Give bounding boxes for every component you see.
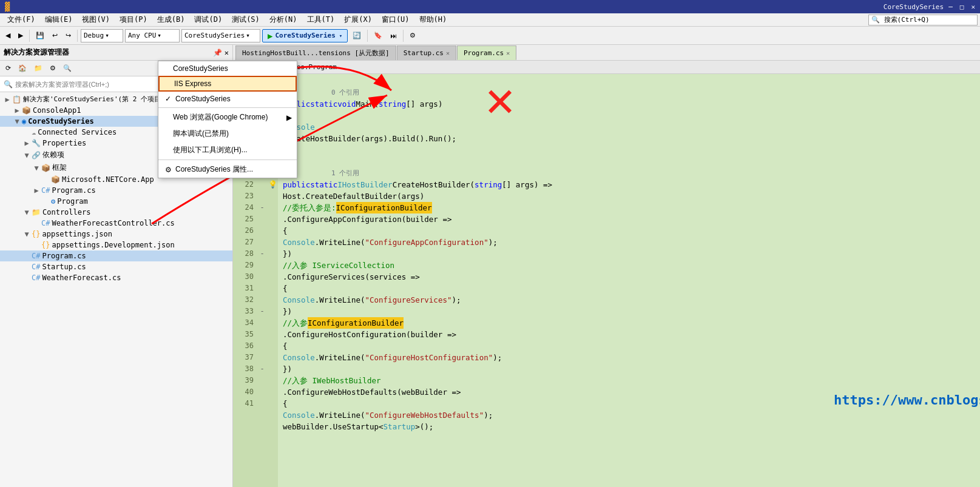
- tree-appsettings-dev[interactable]: {} appsettings.Development.json: [0, 240, 232, 250]
- menu-bar: 文件(F) 编辑(E) 视图(V) 项目(P) 生成(B) 调试(D) 测试(S…: [0, 13, 980, 27]
- ref-count-14: 0 个引用: [283, 87, 975, 98]
- code-line-29: {: [283, 283, 975, 294]
- menu-extensions[interactable]: 扩展(X): [339, 13, 377, 26]
- program-class-label: Program: [57, 197, 88, 206]
- close-btn[interactable]: ✕: [971, 3, 975, 11]
- save-all-btn[interactable]: 💾: [33, 29, 47, 42]
- se-header: 解决方案资源管理器 📌 ✕: [0, 45, 232, 61]
- code-line-27: //入参 IServiceCollection: [283, 260, 975, 271]
- step-over-btn[interactable]: ⏭: [387, 29, 400, 42]
- se-sync-btn[interactable]: ⟳: [2, 62, 14, 75]
- menu-use-tool-browser[interactable]: 使用以下工具浏览(H)...: [158, 142, 297, 158]
- connected-icon: ☁: [32, 128, 36, 136]
- menu-build[interactable]: 生成(B): [152, 13, 190, 26]
- menu-debug[interactable]: 调试(D): [189, 13, 227, 26]
- tab-startup[interactable]: Startup.cs ✕: [397, 45, 456, 60]
- cs-icon1: C#: [41, 186, 50, 195]
- title-text: CoreStudySeries: [884, 3, 944, 11]
- menu-item-label: Web 浏览器(Google Chrome): [173, 112, 268, 123]
- run-icon: ▶: [268, 31, 272, 41]
- properties-label: Properties: [42, 139, 86, 147]
- menu-properties[interactable]: ⚙ CoreStudySeries 属性...: [158, 161, 297, 178]
- framework-label: 框架: [52, 163, 67, 173]
- debug-dropdown[interactable]: Debug ▾: [81, 29, 123, 42]
- tab-hosting[interactable]: HostingHostBuill...tensions [从元数据]: [235, 45, 396, 60]
- code-line-33: .ConfigureHostConfiguration(builder =>: [283, 329, 975, 340]
- se-home-btn[interactable]: 🏠: [15, 62, 30, 75]
- menu-edit[interactable]: 编辑(E): [40, 13, 78, 26]
- undo-btn[interactable]: ↩: [49, 29, 61, 42]
- menu-analyze[interactable]: 分析(N): [265, 13, 302, 26]
- check-icon: ✓: [163, 95, 173, 103]
- code-line-26: }): [283, 248, 975, 260]
- code-line-28: .ConfigureServices(services =>: [283, 271, 975, 283]
- menu-help[interactable]: 帮助(H): [414, 13, 452, 26]
- menu-file[interactable]: 文件(F): [2, 13, 40, 26]
- highlight-iconfig2: IConfigurationBuilder: [308, 317, 404, 329]
- hint-icon[interactable]: 💡: [267, 179, 278, 190]
- menu-chrome[interactable]: Web 浏览器(Google Chrome) ▶: [158, 109, 297, 126]
- menu-iis-express[interactable]: IIS Express: [158, 76, 297, 92]
- platform-dropdown[interactable]: Any CPU ▾: [125, 29, 180, 42]
- menu-test[interactable]: 测试(S): [227, 13, 265, 26]
- appsettings-dev-label: appsettings.Development.json: [52, 241, 174, 249]
- tree-weathercontroller[interactable]: C# WeatherForecastController.cs: [0, 218, 232, 229]
- search-box[interactable]: 🔍 搜索(Ctrl+Q): [868, 15, 978, 25]
- tree-program-class[interactable]: ⚙ Program: [0, 196, 232, 207]
- tab-hosting-label: HostingHostBuill...tensions [从元数据]: [242, 49, 390, 58]
- project-dropdown[interactable]: CoreStudySeries ▾: [181, 29, 260, 42]
- code-line-15: {: [283, 110, 975, 121]
- startup-cs-label: Startup.cs: [42, 263, 86, 271]
- run-dropdown-arrow[interactable]: ▾: [339, 33, 342, 39]
- se-folder-btn[interactable]: 📁: [31, 62, 46, 75]
- menu-corestudyseries-2[interactable]: ✓ CoreStudySeries: [158, 92, 297, 106]
- refresh-btn[interactable]: 🔄: [350, 29, 364, 42]
- deps-icon: 🔗: [32, 151, 41, 160]
- run-button[interactable]: ▶ CoreStudySeries ▾: [262, 29, 348, 42]
- se-title: 解决方案资源管理器: [4, 47, 69, 58]
- cs-icon3: C#: [32, 252, 40, 260]
- menu-script-debug[interactable]: 脚本调试(已禁用): [158, 126, 297, 142]
- menu-project[interactable]: 项目(P): [115, 13, 152, 26]
- menu-view[interactable]: 视图(V): [77, 13, 115, 26]
- json-icon: {}: [32, 230, 40, 238]
- class-icon: ⚙: [51, 197, 55, 206]
- code-line-38: .ConfigureWebHostDefaults(webBuilder =>: [283, 386, 975, 398]
- minimize-btn[interactable]: ─: [948, 3, 953, 11]
- tab-program-label: Program.cs: [464, 49, 504, 57]
- maximize-btn[interactable]: □: [960, 3, 964, 11]
- se-prop-btn[interactable]: ⚙: [47, 62, 59, 75]
- se-close-btn[interactable]: ✕: [225, 49, 229, 57]
- redo-btn[interactable]: ↪: [63, 29, 74, 42]
- tree-startup-cs[interactable]: C# Startup.cs: [0, 261, 232, 272]
- gear-icon: ⚙: [163, 166, 173, 174]
- tab-program-close[interactable]: ✕: [506, 50, 510, 56]
- code-line-19: [283, 156, 975, 167]
- code-line-37: //入参 IWebHostBuilder: [283, 375, 975, 386]
- menu-item-label: 使用以下工具浏览(H)...: [173, 145, 248, 155]
- more-tools-btn[interactable]: ⚙: [407, 29, 419, 42]
- se-filter-btn[interactable]: 🔍: [60, 62, 75, 75]
- tree-controllers[interactable]: ▼ 📁 Controllers: [0, 207, 232, 218]
- menu-window[interactable]: 窗口(U): [377, 13, 414, 26]
- framework-icon: 📦: [41, 164, 50, 172]
- menu-tools[interactable]: 工具(T): [302, 13, 340, 26]
- menu-corestudyseries-1[interactable]: CoreStudySeries: [158, 61, 297, 76]
- tab-startup-close[interactable]: ✕: [446, 50, 450, 56]
- highlight-iconfig: IConfigurationBuilder: [336, 202, 432, 213]
- tree-appsettings[interactable]: ▼ {} appsettings.json: [0, 229, 232, 240]
- code-line-41: webBuilder.UseStartup<Startup>();: [283, 421, 975, 432]
- se-pin-btn[interactable]: 📌: [213, 49, 222, 57]
- submenu-arrow: ▶: [286, 113, 292, 122]
- menu-item-label: CoreStudySeries: [175, 95, 231, 103]
- solution-icon: 📋: [12, 95, 21, 104]
- tree-program-consoleapp[interactable]: ▶ C# Program.cs: [0, 185, 232, 196]
- code-content[interactable]: { 0 个引用 public static void Main(string[]…: [278, 74, 980, 487]
- tab-program[interactable]: Program.cs ✕: [457, 45, 516, 60]
- code-line-31: }): [283, 306, 975, 317]
- tree-program-cs[interactable]: C# Program.cs: [0, 250, 232, 261]
- bookmark-btn[interactable]: 🔖: [371, 29, 385, 42]
- back-btn[interactable]: ◀: [2, 29, 13, 42]
- forward-btn[interactable]: ▶: [15, 29, 26, 42]
- tree-weatherforecast-cs[interactable]: C# WeatherForecast.cs: [0, 272, 232, 283]
